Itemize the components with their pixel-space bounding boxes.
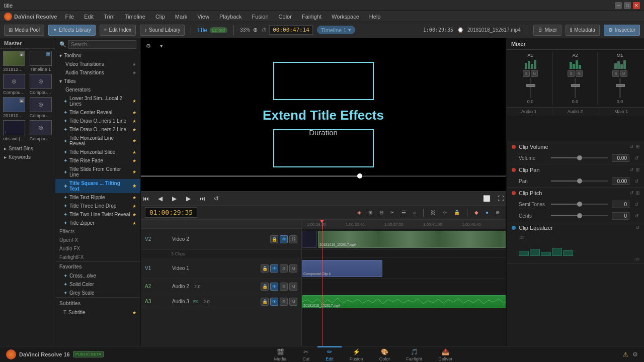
- expand-icon-volume[interactable]: ⊞: [635, 144, 639, 149]
- track-lock-a2[interactable]: 🔒: [261, 283, 269, 291]
- hand-tool[interactable]: ☰: [399, 209, 408, 216]
- reset-icon-pitch[interactable]: ↺: [629, 190, 633, 196]
- effects-item-slide-center[interactable]: ✦ Title Slide From Center Line ★: [55, 165, 140, 179]
- expand-icon-pan[interactable]: ⊞: [635, 167, 639, 172]
- channel-a2-m[interactable]: M: [576, 70, 583, 77]
- generators-item[interactable]: Generators: [55, 85, 140, 94]
- channel-m1-m[interactable]: M: [620, 70, 627, 77]
- semitones-slider[interactable]: [551, 204, 608, 205]
- audiofx-item[interactable]: Audio FX: [55, 244, 140, 253]
- track-link-v2[interactable]: ⛓: [289, 235, 297, 243]
- channel-a1-m[interactable]: M: [531, 70, 538, 77]
- reset-icon-eq[interactable]: ↺: [635, 225, 639, 230]
- track-m-a2[interactable]: M: [289, 283, 297, 291]
- menu-clip[interactable]: Clip: [153, 13, 167, 21]
- close-button[interactable]: ✕: [633, 2, 640, 9]
- sound-library-button[interactable]: ♪ Sound Library: [140, 25, 185, 36]
- effects-item-draw-corners1[interactable]: ✦ Title Draw O...ners 1 Line ★: [55, 117, 140, 125]
- nav-edit[interactable]: ✏ Edit: [317, 346, 342, 363]
- track-eye-a3[interactable]: 👁: [270, 298, 278, 306]
- effects-library-button[interactable]: ✦ Effects Library: [48, 25, 96, 36]
- fav-crossolve[interactable]: ✦ Cross...olve: [55, 272, 140, 280]
- volume-value[interactable]: [612, 154, 629, 162]
- track-s-a3[interactable]: S: [280, 298, 288, 306]
- select-tool[interactable]: ◈: [355, 209, 363, 216]
- minimize-button[interactable]: ─: [615, 2, 622, 9]
- effects-item-horiz-line-reveal[interactable]: ✦ Title Horizontal Line Reveal ★: [55, 134, 140, 148]
- fx-btn[interactable]: ⊕: [494, 209, 502, 216]
- cents-slider[interactable]: [551, 215, 608, 216]
- track-lock-v1[interactable]: 🔒: [261, 264, 269, 273]
- track-m-a3[interactable]: M: [289, 298, 297, 306]
- fader-handle-m1[interactable]: [616, 84, 625, 87]
- transport-next-frame[interactable]: ▶: [183, 194, 193, 204]
- effects-search-input[interactable]: [68, 40, 136, 49]
- section-header-volume[interactable]: Clip Volume ↺ ⊞: [507, 141, 644, 152]
- menu-timeline[interactable]: Timeline: [123, 13, 147, 21]
- fader-handle-a1[interactable]: [526, 84, 535, 87]
- volume-reset-icon[interactable]: ↺: [633, 155, 639, 161]
- mixer-button[interactable]: 🎚 Mixer: [533, 25, 561, 36]
- menu-edit[interactable]: Edit: [82, 13, 96, 21]
- transport-prev-frame[interactable]: ◀: [155, 194, 165, 204]
- menu-color[interactable]: Color: [277, 13, 294, 21]
- toolbox-header[interactable]: ▾ Toolbox: [55, 51, 140, 60]
- menu-trim[interactable]: Trim: [102, 13, 117, 21]
- clip-compound[interactable]: Compound Clip 4: [302, 260, 382, 277]
- video-transitions-item[interactable]: Video Transitions ★: [55, 60, 140, 68]
- settings-icon[interactable]: ⚙: [632, 351, 638, 358]
- fairlightfx-item[interactable]: FairlightFX: [55, 253, 140, 261]
- menu-help[interactable]: Help: [367, 13, 383, 21]
- reset-icon-volume[interactable]: ↺: [629, 144, 633, 149]
- fader-handle-a2[interactable]: [571, 84, 580, 87]
- maximize-button[interactable]: □: [624, 2, 631, 9]
- color-btn[interactable]: ●: [484, 209, 491, 216]
- track-m-v1[interactable]: M: [289, 264, 297, 273]
- media-item[interactable]: ⊛ Compound Clip 1: [2, 74, 27, 95]
- media-item[interactable]: ▶ 20181225_19455...: [2, 51, 27, 72]
- transport-next-marker[interactable]: ⏭: [197, 194, 207, 204]
- menu-workspace[interactable]: Workspace: [330, 13, 361, 21]
- media-item[interactable]: ♪ obs vid (02).mp4: [2, 120, 27, 141]
- media-item[interactable]: ⊛ Compound Clip 4: [29, 120, 53, 141]
- sidebar-item-keywords[interactable]: ▸ Keywords: [0, 153, 55, 161]
- track-eye-v1[interactable]: 👁: [270, 264, 278, 273]
- lock-btn[interactable]: 🔒: [452, 209, 462, 216]
- semitones-value[interactable]: [612, 201, 629, 208]
- blade-tool[interactable]: ✂: [388, 209, 396, 216]
- media-pool-button[interactable]: ⊞ Media Pool: [4, 25, 44, 36]
- nav-fusion[interactable]: ⚡ Fusion: [342, 346, 371, 363]
- menu-fairlight[interactable]: Fairlight: [300, 13, 324, 21]
- effects-item-three-line-drop[interactable]: ✦ Title Three Line Drop ★: [55, 202, 140, 210]
- track-s-v1[interactable]: S: [280, 264, 288, 273]
- full-screen-btn[interactable]: ⛶: [496, 194, 506, 204]
- sidebar-item-smart-bins[interactable]: ▸ Smart Bins: [0, 144, 55, 153]
- effects-item-text-ripple[interactable]: ✦ Title Text Ripple ★: [55, 193, 140, 202]
- section-header-pan[interactable]: Clip Pan ↺ ⊞: [507, 164, 644, 175]
- fav-solid-color[interactable]: ✦ Solid Color: [55, 280, 140, 289]
- edit-index-button[interactable]: ≡ Edit Index: [100, 25, 136, 36]
- timeline-selector[interactable]: Timeline 1 ▾: [317, 26, 355, 34]
- metadata-button[interactable]: ℹ Metadata: [566, 25, 600, 36]
- section-header-eq[interactable]: Clip Equalizer ↺: [507, 222, 644, 233]
- effects-item-two-line-twist[interactable]: ✦ Title Two Line Twist Reveal ★: [55, 210, 140, 219]
- pan-reset-icon[interactable]: ↺: [633, 178, 639, 184]
- media-item[interactable]: ▶ 20181018_15261...: [2, 97, 27, 118]
- pan-slider[interactable]: [551, 180, 608, 182]
- menu-fusion[interactable]: Fusion: [250, 13, 271, 21]
- progress-handle[interactable]: [357, 173, 362, 178]
- preview-zoom[interactable]: ▾: [156, 40, 167, 51]
- channel-a1-s[interactable]: S: [523, 70, 530, 77]
- media-item[interactable]: T Timeline 1: [29, 51, 53, 72]
- zoom-tool[interactable]: ⌕: [411, 209, 418, 216]
- track-lock-a3[interactable]: 🔒: [261, 298, 269, 306]
- effects-item-zipper[interactable]: ✦ Title Zipper ★: [55, 219, 140, 227]
- expand-icon-pitch[interactable]: ⊞: [635, 190, 639, 196]
- media-item[interactable]: ⊛ Compound Clip 3: [29, 97, 53, 118]
- track-eye-v2[interactable]: 👁: [280, 235, 288, 243]
- effects-item-draw-corners2[interactable]: ✦ Title Draw O...ners 2 Line ★: [55, 125, 140, 134]
- inspector-button[interactable]: ⚙ Inspector: [604, 25, 640, 36]
- cents-reset-icon[interactable]: ↺: [633, 213, 639, 219]
- menu-playback[interactable]: Playback: [217, 13, 244, 21]
- transport-loop[interactable]: ↺: [211, 194, 221, 204]
